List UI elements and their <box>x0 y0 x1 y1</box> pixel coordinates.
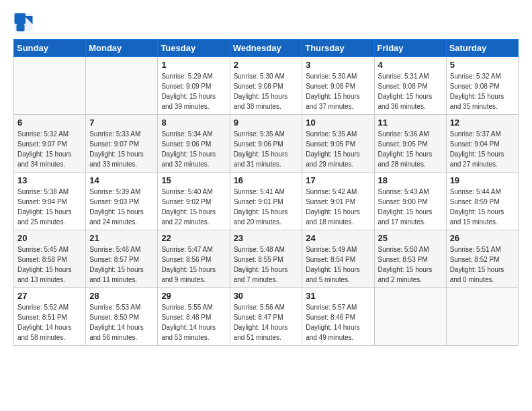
day-info: Sunrise: 5:45 AMSunset: 8:58 PMDaylight:… <box>17 244 82 285</box>
week-row-5: 27Sunrise: 5:52 AMSunset: 8:51 PMDayligh… <box>14 288 519 346</box>
day-number: 28 <box>89 291 154 301</box>
calendar-cell <box>86 57 158 115</box>
day-number: 20 <box>17 233 82 243</box>
weekday-header-monday: Monday <box>86 40 158 57</box>
calendar-cell: 11Sunrise: 5:36 AMSunset: 9:05 PMDayligh… <box>374 115 446 173</box>
svg-rect-3 <box>17 24 25 32</box>
week-row-3: 13Sunrise: 5:38 AMSunset: 9:04 PMDayligh… <box>14 173 519 230</box>
calendar-cell: 3Sunrise: 5:30 AMSunset: 9:08 PMDaylight… <box>302 57 374 115</box>
day-info: Sunrise: 5:32 AMSunset: 9:08 PMDaylight:… <box>450 71 515 111</box>
day-info: Sunrise: 5:47 AMSunset: 8:56 PMDaylight:… <box>161 244 226 285</box>
calendar-cell <box>446 288 518 346</box>
day-info: Sunrise: 5:56 AMSunset: 8:47 PMDaylight:… <box>234 302 299 342</box>
day-info: Sunrise: 5:57 AMSunset: 8:46 PMDaylight:… <box>306 302 370 342</box>
day-number: 21 <box>89 233 154 243</box>
day-info: Sunrise: 5:41 AMSunset: 9:01 PMDaylight:… <box>234 187 299 227</box>
day-number: 30 <box>234 291 299 301</box>
day-info: Sunrise: 5:40 AMSunset: 9:02 PMDaylight:… <box>161 187 226 227</box>
calendar-cell: 12Sunrise: 5:37 AMSunset: 9:04 PMDayligh… <box>446 115 518 173</box>
day-info: Sunrise: 5:38 AMSunset: 9:04 PMDaylight:… <box>17 187 82 227</box>
calendar-cell: 16Sunrise: 5:41 AMSunset: 9:01 PMDayligh… <box>230 173 302 230</box>
weekday-header-tuesday: Tuesday <box>158 40 230 57</box>
day-number: 5 <box>450 60 515 70</box>
day-number: 4 <box>378 60 443 70</box>
day-number: 12 <box>450 118 515 128</box>
calendar-cell: 26Sunrise: 5:51 AMSunset: 8:52 PMDayligh… <box>446 230 518 288</box>
calendar-cell: 30Sunrise: 5:56 AMSunset: 8:47 PMDayligh… <box>230 288 302 346</box>
day-number: 13 <box>17 175 82 185</box>
day-info: Sunrise: 5:31 AMSunset: 9:08 PMDaylight:… <box>378 71 443 111</box>
calendar-cell: 28Sunrise: 5:53 AMSunset: 8:50 PMDayligh… <box>86 288 158 346</box>
weekday-header-sunday: Sunday <box>14 40 86 57</box>
day-info: Sunrise: 5:37 AMSunset: 9:04 PMDaylight:… <box>450 129 515 169</box>
day-number: 17 <box>306 175 370 185</box>
day-info: Sunrise: 5:53 AMSunset: 8:50 PMDaylight:… <box>89 302 154 342</box>
day-number: 22 <box>161 233 226 243</box>
calendar-cell: 24Sunrise: 5:49 AMSunset: 8:54 PMDayligh… <box>302 230 374 288</box>
calendar-cell <box>14 57 86 115</box>
day-info: Sunrise: 5:39 AMSunset: 9:03 PMDaylight:… <box>89 187 154 227</box>
day-number: 9 <box>234 118 299 128</box>
calendar-cell: 18Sunrise: 5:43 AMSunset: 9:00 PMDayligh… <box>374 173 446 230</box>
day-info: Sunrise: 5:44 AMSunset: 8:59 PMDaylight:… <box>450 187 515 227</box>
calendar-cell: 6Sunrise: 5:32 AMSunset: 9:07 PMDaylight… <box>14 115 86 173</box>
day-info: Sunrise: 5:43 AMSunset: 9:00 PMDaylight:… <box>378 187 443 227</box>
day-info: Sunrise: 5:33 AMSunset: 9:07 PMDaylight:… <box>89 129 154 169</box>
calendar-cell <box>374 288 446 346</box>
day-info: Sunrise: 5:49 AMSunset: 8:54 PMDaylight:… <box>306 244 370 285</box>
calendar-cell: 31Sunrise: 5:57 AMSunset: 8:46 PMDayligh… <box>302 288 374 346</box>
day-info: Sunrise: 5:30 AMSunset: 9:08 PMDaylight:… <box>234 71 299 111</box>
day-info: Sunrise: 5:35 AMSunset: 9:05 PMDaylight:… <box>306 129 370 169</box>
page: SundayMondayTuesdayWednesdayThursdayFrid… <box>0 0 532 358</box>
calendar-cell: 23Sunrise: 5:48 AMSunset: 8:55 PMDayligh… <box>230 230 302 288</box>
calendar-cell: 19Sunrise: 5:44 AMSunset: 8:59 PMDayligh… <box>446 173 518 230</box>
calendar-cell: 25Sunrise: 5:50 AMSunset: 8:53 PMDayligh… <box>374 230 446 288</box>
day-number: 10 <box>306 118 370 128</box>
day-number: 29 <box>161 291 226 301</box>
weekday-header-wednesday: Wednesday <box>230 40 302 57</box>
day-number: 18 <box>378 175 443 185</box>
calendar-cell: 4Sunrise: 5:31 AMSunset: 9:08 PMDaylight… <box>374 57 446 115</box>
day-number: 2 <box>234 60 299 70</box>
calendar-cell: 27Sunrise: 5:52 AMSunset: 8:51 PMDayligh… <box>14 288 86 346</box>
calendar-cell: 15Sunrise: 5:40 AMSunset: 9:02 PMDayligh… <box>158 173 230 230</box>
calendar-cell: 20Sunrise: 5:45 AMSunset: 8:58 PMDayligh… <box>14 230 86 288</box>
calendar-cell: 2Sunrise: 5:30 AMSunset: 9:08 PMDaylight… <box>230 57 302 115</box>
day-number: 31 <box>306 291 370 301</box>
day-number: 6 <box>17 118 82 128</box>
day-number: 24 <box>306 233 370 243</box>
day-info: Sunrise: 5:46 AMSunset: 8:57 PMDaylight:… <box>89 244 154 285</box>
weekday-header-saturday: Saturday <box>446 40 518 57</box>
calendar-cell: 21Sunrise: 5:46 AMSunset: 8:57 PMDayligh… <box>86 230 158 288</box>
day-info: Sunrise: 5:52 AMSunset: 8:51 PMDaylight:… <box>17 302 82 342</box>
calendar-cell: 10Sunrise: 5:35 AMSunset: 9:05 PMDayligh… <box>302 115 374 173</box>
day-number: 25 <box>378 233 443 243</box>
calendar-cell: 5Sunrise: 5:32 AMSunset: 9:08 PMDaylight… <box>446 57 518 115</box>
day-number: 26 <box>450 233 515 243</box>
logo-icon <box>13 12 34 32</box>
day-info: Sunrise: 5:50 AMSunset: 8:53 PMDaylight:… <box>378 244 443 285</box>
day-number: 8 <box>161 118 226 128</box>
day-number: 16 <box>234 175 299 185</box>
day-number: 27 <box>17 291 82 301</box>
day-number: 14 <box>89 175 154 185</box>
day-info: Sunrise: 5:48 AMSunset: 8:55 PMDaylight:… <box>234 244 299 285</box>
calendar-cell: 13Sunrise: 5:38 AMSunset: 9:04 PMDayligh… <box>14 173 86 230</box>
day-info: Sunrise: 5:55 AMSunset: 8:48 PMDaylight:… <box>161 302 226 342</box>
day-number: 23 <box>234 233 299 243</box>
week-row-2: 6Sunrise: 5:32 AMSunset: 9:07 PMDaylight… <box>14 115 519 173</box>
calendar-cell: 17Sunrise: 5:42 AMSunset: 9:01 PMDayligh… <box>302 173 374 230</box>
day-info: Sunrise: 5:51 AMSunset: 8:52 PMDaylight:… <box>450 244 515 285</box>
day-info: Sunrise: 5:42 AMSunset: 9:01 PMDaylight:… <box>306 187 370 227</box>
day-info: Sunrise: 5:35 AMSunset: 9:06 PMDaylight:… <box>234 129 299 169</box>
day-info: Sunrise: 5:29 AMSunset: 9:09 PMDaylight:… <box>161 71 226 111</box>
calendar-cell: 9Sunrise: 5:35 AMSunset: 9:06 PMDaylight… <box>230 115 302 173</box>
svg-rect-2 <box>15 13 26 25</box>
week-row-1: 1Sunrise: 5:29 AMSunset: 9:09 PMDaylight… <box>14 57 519 115</box>
weekday-header-friday: Friday <box>374 40 446 57</box>
calendar-cell: 1Sunrise: 5:29 AMSunset: 9:09 PMDaylight… <box>158 57 230 115</box>
day-number: 19 <box>450 175 515 185</box>
weekday-header-row: SundayMondayTuesdayWednesdayThursdayFrid… <box>14 40 519 57</box>
header <box>13 12 519 32</box>
day-number: 15 <box>161 175 226 185</box>
